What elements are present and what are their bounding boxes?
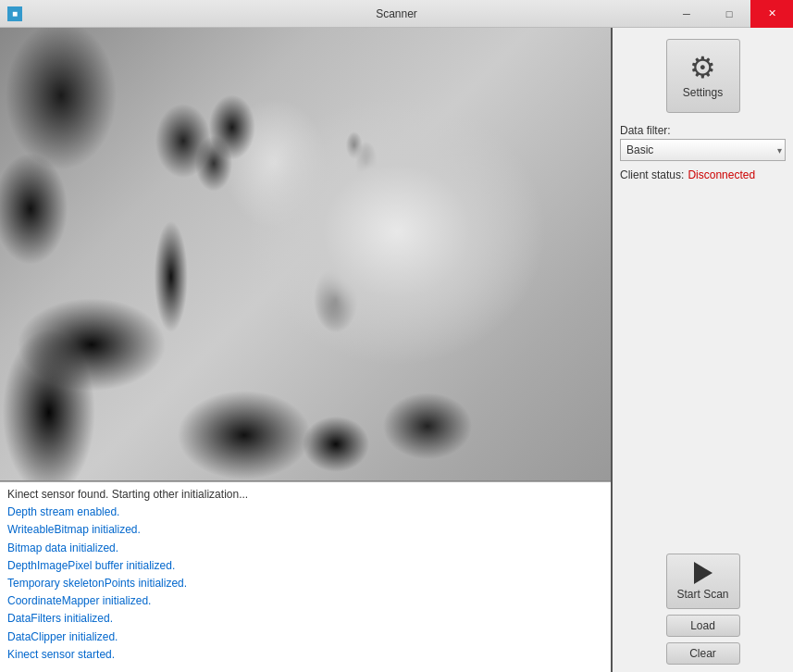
action-section: Start Scan Load Clear (620, 554, 786, 665)
gear-icon: ⚙ (689, 53, 716, 82)
start-scan-label: Start Scan (676, 588, 728, 601)
close-button[interactable]: ✕ (750, 0, 793, 28)
log-line: DataFilters initialized. (7, 610, 603, 628)
maximize-button[interactable]: □ (708, 0, 750, 28)
log-line: WriteableBitmap initialized. (7, 521, 603, 539)
log-line: Bitmap data initialized. (7, 540, 603, 557)
log-line: Depth stream enabled. (7, 504, 603, 521)
minimize-button[interactable]: ─ (665, 0, 708, 28)
load-label: Load (690, 619, 715, 632)
log-line: Kinect sensor found. Starting other init… (7, 486, 603, 504)
log-line: DepthImagePixel buffer initialized. (7, 557, 603, 575)
client-status-value: Disconnected (688, 168, 755, 181)
data-filter-dropdown-wrap: Basic Advanced None ▾ (620, 139, 786, 161)
log-line: Temporary skeletonPoints initialized. (7, 575, 603, 592)
spacer (620, 189, 786, 546)
log-line: DataClipper initialized. (7, 628, 603, 646)
data-filter-select[interactable]: Basic Advanced None (620, 139, 786, 161)
title-bar-left: ■ (7, 6, 22, 21)
load-button[interactable]: Load (666, 615, 740, 637)
left-panel: Kinect sensor found. Starting other init… (0, 28, 613, 672)
settings-section: ⚙ Settings (620, 35, 786, 117)
window-controls: ─ □ ✕ (665, 0, 793, 28)
data-filter-section: Data filter: Basic Advanced None ▾ (620, 124, 786, 161)
main-container: Kinect sensor found. Starting other init… (0, 28, 793, 672)
clear-button[interactable]: Clear (666, 642, 740, 665)
depth-image (0, 28, 611, 480)
log-panel[interactable]: Kinect sensor found. Starting other init… (0, 481, 611, 672)
minimize-icon: ─ (683, 8, 690, 19)
right-panel: ⚙ Settings Data filter: Basic Advanced N… (613, 28, 793, 672)
client-status-label: Client status: (620, 168, 684, 181)
maximize-icon: □ (726, 8, 733, 19)
window-title: Scanner (376, 7, 417, 20)
camera-view (0, 28, 611, 481)
settings-button[interactable]: ⚙ Settings (666, 39, 740, 113)
start-scan-button[interactable]: Start Scan (666, 554, 740, 609)
client-status-row: Client status: Disconnected (620, 168, 786, 181)
play-icon (694, 562, 712, 584)
clear-label: Clear (689, 647, 716, 660)
data-filter-label: Data filter: (620, 124, 786, 137)
close-icon: ✕ (768, 7, 776, 19)
title-bar: ■ Scanner ─ □ ✕ (0, 0, 793, 28)
settings-label: Settings (683, 86, 723, 99)
log-line: CoordinateMapper initialized. (7, 592, 603, 610)
log-line: Kinect sensor started. (7, 646, 603, 664)
app-icon: ■ (7, 6, 22, 21)
